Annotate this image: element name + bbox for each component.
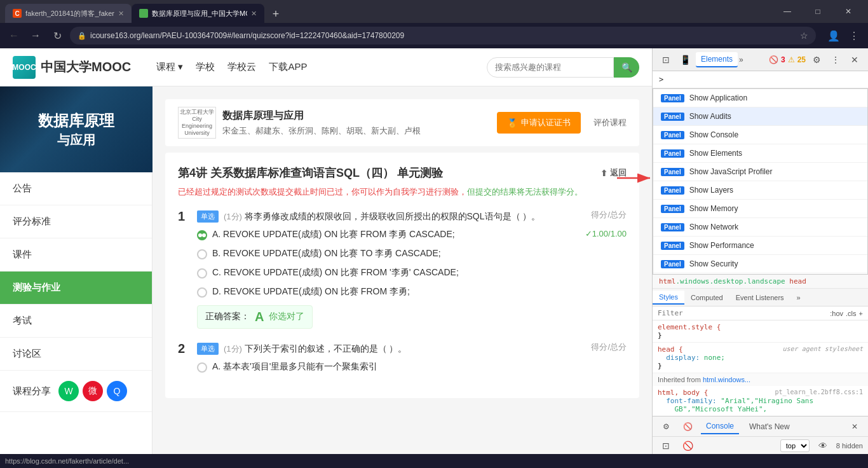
panel-show-layers[interactable]: Panel Show Layers	[653, 181, 867, 200]
radio-1c[interactable]	[197, 268, 207, 279]
panel-badge-security: Panel	[661, 260, 684, 268]
panel-badge-jsprofiler: Panel	[661, 168, 684, 176]
cert-button[interactable]: 🏅 申请认证证书	[497, 112, 581, 134]
question-1-options: A. REVOKE UPDATE(成绩) ON 比赛 FROM 李勇 CASCA…	[178, 229, 627, 298]
sidebar-item-courseware[interactable]: 课件	[0, 238, 152, 272]
menu-icon[interactable]: ⋮	[845, 27, 863, 45]
share-wechat-icon[interactable]: W	[58, 381, 79, 401]
panel-show-console[interactable]: Panel Show Console	[653, 126, 867, 144]
style-filter-input[interactable]	[658, 309, 827, 317]
panel-show-application[interactable]: Panel Show Application	[653, 89, 867, 107]
sidebar-item-share[interactable]: 课程分享 W 微 Q	[0, 371, 152, 412]
styles-more-tabs[interactable]: »	[790, 291, 807, 304]
panel-show-network[interactable]: Panel Show Network	[653, 218, 867, 237]
cursor-icon[interactable]: ⊡	[658, 52, 674, 68]
hov-btn[interactable]: :hov	[830, 310, 843, 317]
devtools-settings-icon[interactable]: ⚙	[808, 52, 825, 68]
mobile-icon[interactable]: 📱	[677, 52, 693, 68]
maximize-button[interactable]: □	[803, 2, 832, 21]
sidebar-item-announcement[interactable]: 公告	[0, 172, 152, 205]
sidebar-item-grading[interactable]: 评分标准	[0, 205, 152, 238]
sidebar-item-discussion[interactable]: 讨论区	[0, 338, 152, 371]
panel-show-audits[interactable]: Panel Show Audits	[653, 107, 867, 126]
tab-2[interactable]: 数据库原理与应用_中国大学MO... ✕	[132, 4, 264, 23]
devtools-more-icon[interactable]: ⋮	[827, 52, 844, 68]
share-qq-icon[interactable]: Q	[107, 381, 127, 401]
panel-badge: Panel	[661, 94, 684, 102]
eye-icon[interactable]: 👁	[815, 437, 831, 454]
back-button[interactable]: ⬆ 返回	[600, 167, 627, 179]
evaluate-button[interactable]: 评价课程	[593, 117, 627, 128]
option-2a[interactable]: A. 基本表'项目'里最多只能有一个聚集索引	[197, 361, 627, 373]
panel-show-security[interactable]: Panel Show Security	[653, 255, 867, 273]
option-1c[interactable]: C. REVOKE UPDATE(成绩) ON 比赛 FROM '李勇' CAS…	[197, 267, 627, 279]
panel-show-js-profiler[interactable]: Panel Show JavaScript Profiler	[653, 163, 867, 181]
panel-show-elements[interactable]: Panel Show Elements	[653, 144, 867, 163]
panel-security-label: Show Security	[689, 259, 738, 268]
styles-tab[interactable]: Styles	[653, 291, 684, 305]
radio-2a[interactable]	[197, 362, 207, 373]
nav-schoolcloud[interactable]: 学校云	[227, 61, 256, 73]
option-1d[interactable]: D. REVOKE UPDATE(成绩) ON 比赛 FROM 李勇;	[197, 286, 627, 298]
forward-button[interactable]: →	[27, 27, 44, 45]
new-tab-button[interactable]: +	[267, 5, 285, 23]
hidden-count: 8 hidden	[836, 442, 863, 450]
warning-highlight: 但提交的结果将无法获得学分。	[467, 187, 583, 196]
option-1a[interactable]: A. REVOKE UPDATE(成绩) ON 比赛 FROM 李勇 CASCA…	[197, 229, 627, 240]
url-bar[interactable]: 🔒 icourse163.org/learn/PAEU-1003647009#/…	[70, 27, 816, 45]
share-weibo-icon[interactable]: 微	[83, 381, 103, 401]
cmd-prompt: >	[653, 71, 868, 88]
back-button[interactable]: ←	[5, 27, 23, 45]
panel-show-performance[interactable]: Panel Show Performance	[653, 237, 867, 255]
tab-2-close[interactable]: ✕	[251, 10, 257, 18]
tab-elements[interactable]: Elements	[696, 52, 738, 67]
course-main: 北京工程大学City Engineering University 数据库原理与…	[153, 86, 652, 454]
search-input[interactable]	[487, 57, 614, 78]
console-close-icon[interactable]: ✕	[846, 418, 863, 435]
sidebar-item-exam[interactable]: 考试	[0, 305, 152, 338]
nav-downloadapp[interactable]: 下载APP	[269, 61, 307, 73]
devtools-inspect-icon[interactable]: ⊡	[658, 437, 674, 454]
console-tab[interactable]: Console	[701, 419, 739, 434]
question-2-header: 2 单选 (1分) 下列关于索引的叙述，不正确的是（ ）。 得分/总分	[178, 341, 627, 356]
console-settings-icon[interactable]: ⚙	[658, 418, 674, 435]
console-block-icon[interactable]: 🚫	[679, 418, 696, 435]
frame-select[interactable]: top	[780, 439, 810, 452]
close-button[interactable]: ✕	[834, 2, 863, 21]
mooc-logo[interactable]: MOOC 中国大学MOOC	[13, 56, 131, 79]
cls-btn[interactable]: .cls	[846, 310, 857, 317]
sidebar-item-homework[interactable]: 测验与作业	[0, 272, 152, 305]
add-style-btn[interactable]: +	[859, 310, 863, 317]
refresh-button[interactable]: ↻	[48, 27, 66, 45]
devtools-block-icon[interactable]: 🚫	[679, 437, 696, 454]
event-listeners-tab[interactable]: Event Listeners	[729, 291, 790, 304]
url-text: icourse163.org/learn/PAEU-1003647009#/le…	[90, 31, 404, 40]
nav-course[interactable]: 课程 ▾	[156, 61, 183, 73]
panel-show-memory[interactable]: Panel Show Memory	[653, 200, 867, 218]
search-button[interactable]: 🔍	[614, 57, 639, 78]
warning-text: 已经超过规定的测试次数或提交截止时间已过，你可以作为自我学习进行测验，但提交的结…	[178, 186, 627, 199]
devtools-close-icon[interactable]: ✕	[846, 52, 863, 68]
computed-tab[interactable]: Computed	[684, 291, 729, 304]
minimize-button[interactable]: —	[773, 2, 802, 21]
radio-1a[interactable]	[197, 230, 207, 240]
devtools-more-tabs[interactable]: »	[739, 55, 743, 64]
panel-show-sources[interactable]: Panel Show Sources	[653, 273, 867, 274]
devtools-toolbar: ⊡ 📱 Elements » 🚫 3 ⚠ 25 ⚙ ⋮ ✕	[653, 48, 868, 71]
tab-1-close[interactable]: ✕	[118, 10, 124, 18]
bookmark-icon[interactable]: ☆	[800, 31, 808, 41]
radio-1b[interactable]	[197, 249, 207, 259]
panel-elements-label: Show Elements	[689, 149, 742, 158]
whats-new-tab[interactable]: What's New	[744, 420, 795, 434]
panel-badge-perf: Panel	[661, 242, 684, 250]
devtools-resize-bar: ⊡ 🚫 top 👁 8 hidden	[653, 436, 868, 454]
tab-1-favicon: C	[13, 9, 22, 18]
option-1b[interactable]: B. REVOKE UPDATE(成绩) ON 比赛 TO 李勇 CASCADE…	[197, 248, 627, 259]
inherited-link[interactable]: html.windows...	[703, 376, 750, 383]
error-count: 3	[781, 55, 785, 64]
tab-1[interactable]: C fakerth_201841的博客_fakerth... ✕	[5, 4, 132, 23]
nav-school[interactable]: 学校	[196, 61, 215, 73]
panel-jsprofiler-label: Show JavaScript Profiler	[689, 167, 773, 176]
radio-1d[interactable]	[197, 287, 207, 298]
user-icon[interactable]: 👤	[825, 27, 843, 45]
